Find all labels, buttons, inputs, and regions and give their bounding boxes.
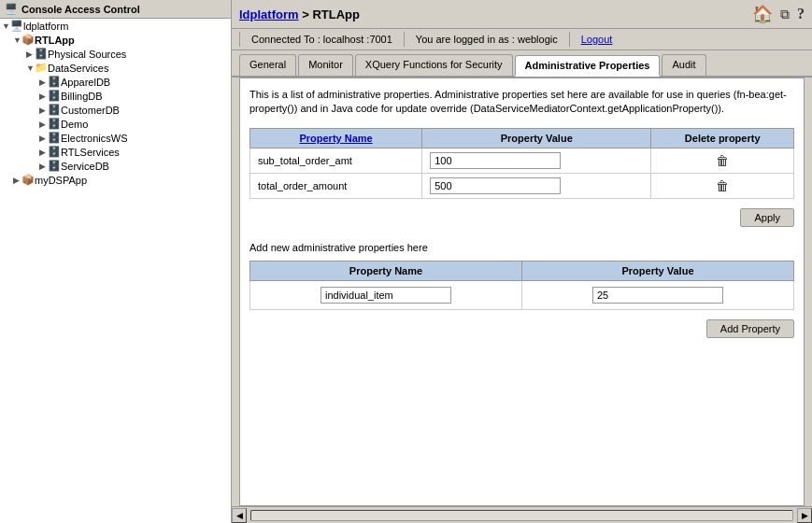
tree-item-ldplatform[interactable]: ▼ 🖥️ ldplatform [0,19,231,33]
existing-properties-table: Property Name Property Value Delete prop… [249,128,794,199]
table-row: total_order_amount 🗑 [250,173,794,198]
tree: ▼ 🖥️ ldplatform ▼ 📦 RTLApp ▶ 🗄️ Physical… [0,19,231,187]
breadcrumb: ldplatform > RTLApp [239,7,360,21]
tree-item-electronicsws[interactable]: ▶ 🗄️ ElectronicsWS [0,131,231,145]
tree-item-appareldb[interactable]: ▶ 🗄️ ApparelDB [0,75,231,89]
tree-label-customerdb: CustomerDB [61,105,120,116]
new-name-input[interactable] [321,287,451,304]
prop-name-1: total_order_amount [250,173,422,198]
logout-link[interactable]: Logout [570,32,624,47]
expander-rtlapp: ▼ [13,35,21,45]
window-icon[interactable]: ⧉ [780,7,790,22]
console-icon: 🖥️ [5,3,18,15]
help-icon[interactable]: ? [797,6,805,22]
tree-label-electronicsws: ElectronicsWS [61,133,128,144]
tree-label-billingdb: BillingDB [61,91,103,102]
dataservices-icon: 📁 [35,62,48,74]
tree-label-mydspapp: myDSPApp [35,175,87,186]
mydspapp-icon: 📦 [21,174,35,186]
apply-row: Apply [249,208,794,227]
content-area: This is a list of administrative propert… [239,78,805,506]
expander-physical: ▶ [26,49,35,59]
tree-label-servicedb: ServiceDB [61,161,109,172]
prop-value-input-0[interactable] [430,152,561,169]
prop-value-0[interactable] [422,148,651,173]
tree-item-rtlapp[interactable]: ▼ 📦 RTLApp [0,33,231,47]
billingdb-icon: 🗄️ [48,90,61,102]
tree-item-servicedb[interactable]: ▶ 🗄️ ServiceDB [0,159,231,173]
scrollbar-area: ◀ ▶ [232,506,812,523]
ldplatform-icon: 🖥️ [10,20,23,32]
col-header-property-value: Property Value [422,128,651,148]
expander-servicedb: ▶ [39,162,48,171]
delete-button-0[interactable]: 🗑 [716,153,729,168]
expander-dataservices: ▼ [26,64,35,73]
tree-label-rtlapp: RTLApp [35,35,75,46]
add-property-table: Property Name Property Value [249,261,794,310]
new-name-cell[interactable] [250,280,522,309]
tree-item-mydspapp[interactable]: ▶ 📦 myDSPApp [0,173,231,187]
add-property-button[interactable]: Add Property [706,319,794,338]
customerdb-icon: 🗄️ [48,104,61,116]
scroll-right-arrow[interactable]: ▶ [797,508,812,523]
tree-label-rtlservices: RTLServices [61,147,120,158]
expander-electronicsws: ▶ [39,134,48,143]
delete-col-1[interactable]: 🗑 [651,173,794,198]
tree-label-appareldb: ApparelDB [61,77,110,88]
prop-value-input-1[interactable] [430,177,561,194]
tabs-bar: General Monitor XQuery Functions for Sec… [232,50,812,78]
server-value: localhost :7001 [323,34,392,45]
main-panel: ldplatform > RTLApp 🏠 ⧉ ? Connected To :… [232,0,812,523]
tree-item-physical[interactable]: ▶ 🗄️ Physical Sources [0,47,231,61]
breadcrumb-current: RTLApp [312,7,360,21]
demo-icon: 🗄️ [48,118,61,130]
expander-mydspapp: ▶ [13,176,21,185]
tree-item-dataservices[interactable]: ▼ 📁 DataServices [0,61,231,75]
tree-label-demo: Demo [61,119,88,130]
new-value-cell[interactable] [522,280,794,309]
col-header-property-name[interactable]: Property Name [250,128,422,148]
add-col-header-value: Property Value [522,261,794,280]
tree-item-demo[interactable]: ▶ 🗄️ Demo [0,117,231,131]
add-col-header-name: Property Name [250,261,522,280]
scroll-left-arrow[interactable]: ◀ [232,508,247,523]
sidebar-title: Console Access Control [21,4,140,15]
expander-appareldb: ▶ [39,78,48,87]
rtlapp-icon: 📦 [21,34,35,46]
tab-admin-props[interactable]: Administrative Properties [515,55,661,77]
table-row: sub_total_order_amt 🗑 [250,148,794,173]
sidebar-header: 🖥️ Console Access Control [0,0,231,19]
new-value-input[interactable] [592,287,723,304]
tree-label-dataservices: DataServices [48,63,108,74]
tab-monitor[interactable]: Monitor [298,54,353,76]
description-text: This is a list of administrative propert… [249,88,794,117]
servicedb-icon: 🗄️ [48,160,61,172]
connected-to-label: Connected To : localhost :7001 [239,32,405,47]
apply-button[interactable]: Apply [740,208,794,227]
delete-col-0[interactable]: 🗑 [651,148,794,173]
expander-rtlservices: ▶ [39,148,48,157]
tree-item-customerdb[interactable]: ▶ 🗄️ CustomerDB [0,103,231,117]
breadcrumb-root[interactable]: ldplatform [239,7,299,21]
expander-demo: ▶ [39,120,48,129]
rtlservices-icon: 🗄️ [48,146,61,158]
tree-item-rtlservices[interactable]: ▶ 🗄️ RTLServices [0,145,231,159]
horizontal-scrollbar[interactable] [250,510,793,521]
breadcrumb-sep: > [302,7,312,21]
topbar-icons: 🏠 ⧉ ? [752,4,805,24]
tree-item-billingdb[interactable]: ▶ 🗄️ BillingDB [0,89,231,103]
tab-xquery[interactable]: XQuery Functions for Security [355,54,513,76]
logged-in-label: You are logged in as : weblogic [405,32,570,47]
tab-general[interactable]: General [239,54,296,76]
tree-label-physical: Physical Sources [48,49,126,60]
tab-audit[interactable]: Audit [662,54,705,76]
sidebar: 🖥️ Console Access Control ▼ 🖥️ ldplatfor… [0,0,232,523]
home-icon[interactable]: 🏠 [752,4,773,24]
topbar: ldplatform > RTLApp 🏠 ⧉ ? [232,0,812,29]
col-header-delete: Delete property [651,128,794,148]
tree-label-ldplatform: ldplatform [23,21,68,32]
prop-value-1[interactable] [422,173,651,198]
add-property-row: Add Property [249,319,794,338]
new-property-row [250,280,794,309]
delete-button-1[interactable]: 🗑 [716,178,729,193]
